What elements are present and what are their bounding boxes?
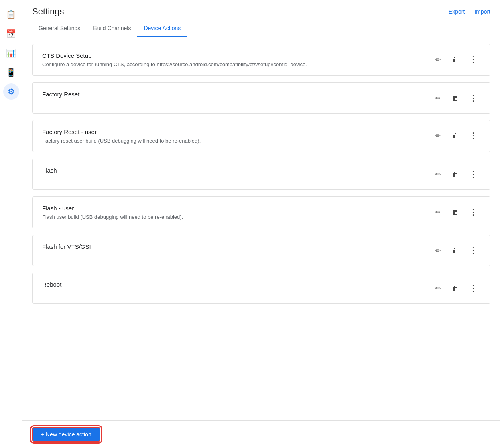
pencil-icon — [435, 170, 441, 179]
action-card-factory-reset-user: Factory Reset - user Factory reset user … — [32, 120, 490, 152]
action-card-body: Factory Reset — [42, 91, 421, 100]
action-card-flash-user: Flash - user Flash user build (USB debug… — [32, 196, 490, 228]
trash-icon — [452, 246, 459, 255]
more-button[interactable] — [466, 205, 480, 219]
action-card-body: Flash for VTS/GSI — [42, 243, 421, 253]
action-desc: Configure a device for running CTS, acco… — [42, 61, 421, 67]
delete-button[interactable] — [448, 281, 463, 295]
edit-button[interactable] — [431, 128, 445, 143]
sidebar-item-settings[interactable]: ⚙ — [3, 83, 19, 100]
more-icon — [469, 283, 477, 293]
action-desc: Flash user build (USB debugging will nee… — [42, 214, 421, 220]
calendar-icon: 📅 — [6, 29, 16, 39]
more-button[interactable] — [466, 243, 480, 258]
edit-button[interactable] — [431, 167, 445, 181]
sidebar-item-device[interactable]: 📱 — [3, 64, 19, 80]
delete-button[interactable] — [448, 243, 463, 258]
action-controls — [431, 243, 480, 258]
action-name: Reboot — [42, 281, 421, 288]
action-controls — [431, 167, 480, 181]
delete-button[interactable] — [448, 167, 463, 181]
pencil-icon — [435, 94, 441, 102]
sidebar-item-reports[interactable]: 📋 — [3, 6, 19, 22]
edit-button[interactable] — [431, 281, 445, 295]
action-card-body: Reboot — [42, 281, 421, 290]
tab-general-settings[interactable]: General Settings — [32, 20, 87, 37]
pencil-icon — [435, 208, 441, 216]
settings-icon: ⚙ — [8, 87, 15, 96]
action-card-body: Flash - user Flash user build (USB debug… — [42, 205, 421, 220]
more-icon — [469, 93, 477, 103]
device-icon: 📱 — [6, 67, 16, 77]
trash-icon — [452, 284, 459, 293]
delete-button[interactable] — [448, 205, 463, 219]
export-link[interactable]: Export — [449, 8, 465, 15]
tabs-bar: General Settings Build Channels Device A… — [22, 20, 500, 37]
page-footer: + New device action — [22, 420, 500, 448]
action-card-body: Factory Reset - user Factory reset user … — [42, 128, 421, 144]
trash-icon — [452, 94, 459, 102]
more-button[interactable] — [466, 167, 480, 181]
more-icon — [469, 131, 477, 141]
header-actions: Export Import — [449, 8, 490, 15]
edit-button[interactable] — [431, 205, 445, 219]
trash-icon — [452, 170, 459, 179]
import-link[interactable]: Import — [474, 8, 490, 15]
sidebar: 📋 📅 📊 📱 ⚙ — [0, 0, 22, 448]
delete-button[interactable] — [448, 91, 463, 105]
delete-button[interactable] — [448, 128, 463, 143]
reports-icon: 📋 — [6, 10, 16, 19]
trash-icon — [452, 55, 459, 64]
action-controls — [431, 281, 480, 295]
edit-button[interactable] — [431, 243, 445, 258]
delete-button[interactable] — [448, 52, 463, 67]
more-button[interactable] — [466, 52, 480, 67]
more-icon — [469, 246, 477, 255]
more-button[interactable] — [466, 281, 480, 295]
action-desc: Factory reset user build (USB debugging … — [42, 138, 421, 144]
action-card-factory-reset: Factory Reset — [32, 82, 490, 114]
action-card-flash: Flash — [32, 159, 490, 190]
action-name: Factory Reset — [42, 91, 421, 98]
action-name: Flash for VTS/GSI — [42, 243, 421, 250]
action-name: Flash — [42, 167, 421, 174]
more-icon — [469, 207, 477, 217]
more-button[interactable] — [466, 128, 480, 143]
edit-button[interactable] — [431, 91, 445, 105]
new-device-action-button[interactable]: + New device action — [32, 427, 100, 442]
sidebar-item-calendar[interactable]: 📅 — [3, 26, 19, 42]
action-name: Factory Reset - user — [42, 128, 421, 135]
pencil-icon — [435, 246, 441, 255]
page-header: Settings Export Import — [22, 0, 500, 17]
action-card-cts-device-setup: CTS Device Setup Configure a device for … — [32, 44, 490, 76]
analytics-icon: 📊 — [6, 48, 16, 58]
pencil-icon — [435, 55, 441, 64]
pencil-icon — [435, 132, 441, 140]
trash-icon — [452, 132, 459, 140]
tab-device-actions[interactable]: Device Actions — [137, 20, 187, 37]
more-icon — [469, 169, 477, 179]
action-name: Flash - user — [42, 205, 421, 212]
action-card-reboot: Reboot — [32, 273, 490, 304]
action-controls — [431, 128, 480, 143]
action-name: CTS Device Setup — [42, 52, 421, 59]
sidebar-item-analytics[interactable]: 📊 — [3, 45, 19, 61]
pencil-icon — [435, 284, 441, 293]
more-button[interactable] — [466, 91, 480, 105]
tab-build-channels[interactable]: Build Channels — [87, 20, 137, 37]
action-controls — [431, 91, 480, 105]
trash-icon — [452, 208, 459, 216]
page-title: Settings — [32, 6, 64, 17]
content-area: CTS Device Setup Configure a device for … — [22, 37, 500, 420]
action-card-flash-vts-gsi: Flash for VTS/GSI — [32, 235, 490, 266]
action-card-body: CTS Device Setup Configure a device for … — [42, 52, 421, 67]
action-controls — [431, 52, 480, 67]
action-card-body: Flash — [42, 167, 421, 176]
edit-button[interactable] — [431, 52, 445, 67]
main-content: Settings Export Import General Settings … — [22, 0, 500, 448]
more-icon — [469, 55, 477, 64]
action-controls — [431, 205, 480, 219]
